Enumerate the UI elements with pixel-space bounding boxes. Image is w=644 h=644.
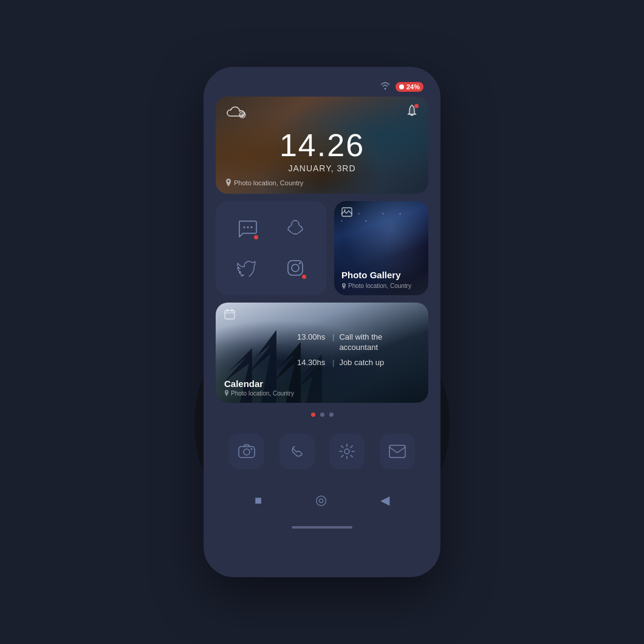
calendar-top-icon: [224, 309, 420, 322]
calendar-location-text: Photo location, Country: [231, 390, 294, 397]
weather-top-row: [225, 104, 419, 123]
calendar-events: 13.00hs | Call with the accountant 14.30…: [297, 332, 420, 368]
messages-icon-wrapper[interactable]: [234, 215, 261, 242]
svg-point-20: [344, 449, 349, 454]
cloud-icon: [225, 104, 247, 123]
svg-point-4: [250, 226, 252, 228]
home-bar-indicator: [292, 526, 352, 529]
calendar-location: Photo location, Country: [224, 390, 420, 397]
battery-indicator: 24%: [396, 82, 423, 92]
phone-frame: 24%: [204, 67, 440, 577]
home-button[interactable]: ◎: [315, 492, 327, 508]
stop-button[interactable]: ■: [255, 493, 262, 507]
svg-point-19: [251, 448, 253, 450]
gallery-content: Photo Gallery Photo location, Country: [334, 201, 428, 295]
svg-point-3: [247, 226, 248, 228]
svg-point-10: [343, 284, 344, 285]
svg-point-16: [226, 391, 227, 392]
social-apps-widget[interactable]: [216, 201, 327, 295]
dock-camera-button[interactable]: [229, 434, 264, 469]
page-dot-3[interactable]: [329, 413, 334, 417]
instagram-icon-wrapper[interactable]: [282, 255, 309, 281]
battery-text: 24%: [406, 83, 420, 91]
svg-point-7: [299, 262, 301, 264]
snapchat-icon-wrapper[interactable]: [282, 215, 309, 242]
page-dot-1[interactable]: [311, 413, 315, 417]
gallery-title: Photo Gallery: [341, 270, 421, 280]
dock-mail-button[interactable]: [380, 434, 415, 469]
svg-point-9: [344, 210, 346, 211]
svg-rect-21: [389, 445, 405, 457]
svg-rect-17: [239, 447, 255, 457]
calendar-event-2: 14.30hs | Job catch up: [297, 358, 420, 368]
gallery-top-icon: [341, 207, 421, 219]
battery-dot: [399, 84, 404, 89]
calendar-title: Calendar: [224, 379, 420, 389]
navigation-bar: ■ ◎ ◀: [216, 484, 428, 514]
home-screen-content: 14.26 JANUARY, 3rd Photo location, Count…: [216, 97, 428, 577]
event-2-title: Job catch up: [339, 358, 384, 368]
page-dot-2[interactable]: [320, 413, 324, 417]
svg-point-1: [228, 180, 230, 182]
back-button[interactable]: ◀: [380, 493, 389, 507]
instagram-notification-dot: [302, 275, 306, 279]
clock-display: 14.26: [225, 129, 419, 161]
middle-row: Photo Gallery Photo location, Country: [216, 201, 428, 295]
svg-rect-15: [225, 310, 235, 319]
gallery-location-text: Photo location, Country: [348, 283, 411, 289]
gallery-bottom: Photo Gallery Photo location, Country: [341, 270, 421, 289]
notification-indicator: [414, 104, 419, 108]
svg-point-2: [243, 226, 245, 228]
calendar-event-1: 13.00hs | Call with the accountant: [297, 332, 420, 353]
gallery-location: Photo location, Country: [341, 283, 421, 289]
svg-point-18: [244, 449, 250, 455]
page-dots: [216, 410, 428, 419]
twitter-icon-wrapper[interactable]: [234, 255, 261, 281]
event-2-time: 14.30hs: [297, 358, 327, 367]
weather-location: Photo location, Country: [225, 179, 419, 187]
calendar-bottom: Calendar Photo location, Country: [224, 379, 420, 397]
wifi-icon: [380, 81, 391, 92]
status-bar: 24%: [216, 79, 428, 97]
photo-gallery-widget[interactable]: Photo Gallery Photo location, Country: [334, 201, 428, 295]
dock-settings-button[interactable]: [329, 434, 365, 469]
weather-widget[interactable]: 14.26 JANUARY, 3rd Photo location, Count…: [216, 97, 428, 194]
weather-location-text: Photo location, Country: [234, 179, 303, 187]
event-1-title: Call with the accountant: [339, 332, 420, 353]
dock: [216, 426, 428, 476]
calendar-widget[interactable]: 13.00hs | Call with the accountant 14.30…: [216, 303, 428, 403]
weather-time-section: 14.26 JANUARY, 3rd: [225, 129, 419, 173]
dock-phone-button[interactable]: [279, 434, 315, 469]
bell-icon-wrapper[interactable]: [405, 104, 419, 120]
messages-notification-dot: [254, 235, 258, 239]
event-1-time: 13.00hs: [297, 332, 327, 341]
calendar-content: 13.00hs | Call with the accountant 14.30…: [216, 303, 428, 403]
svg-point-6: [292, 264, 299, 272]
weather-content: 14.26 JANUARY, 3rd Photo location, Count…: [216, 97, 428, 194]
date-display: JANUARY, 3rd: [225, 163, 419, 173]
